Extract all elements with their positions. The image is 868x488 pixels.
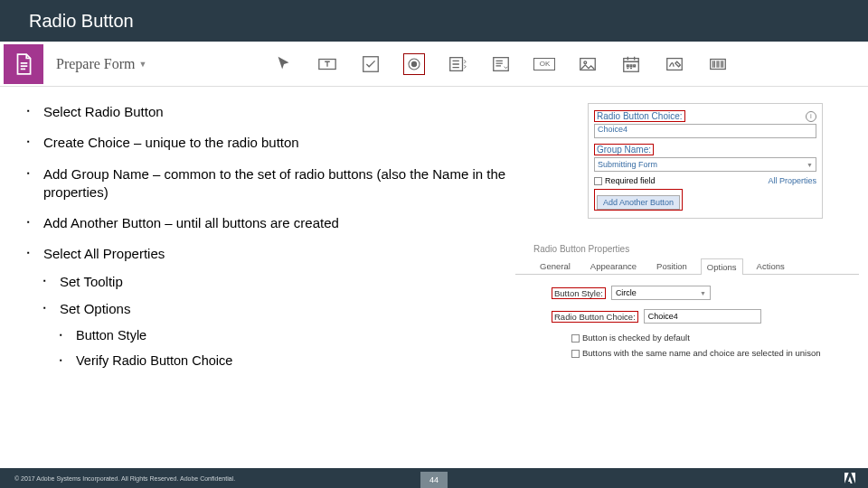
- button-style-dropdown[interactable]: Circle ▼: [611, 286, 711, 300]
- slide-title-bar: Radio Button: [0, 0, 868, 42]
- text-field-icon[interactable]: [316, 53, 338, 75]
- bullet-item: Add Another Button – until all buttons a…: [27, 214, 515, 232]
- date-field-icon[interactable]: [620, 53, 642, 75]
- radio-button-icon[interactable]: [403, 53, 425, 75]
- barcode-icon[interactable]: [707, 53, 729, 75]
- prepare-form-icon: [4, 44, 43, 84]
- tab-position[interactable]: Position: [650, 258, 693, 274]
- prepare-form-label[interactable]: Prepare Form: [56, 56, 136, 72]
- pointer-icon[interactable]: [273, 53, 295, 75]
- bullet-item: Add Group Name – common to the set of ra…: [27, 165, 515, 202]
- svg-point-7: [584, 61, 587, 63]
- properties-tabs: General Appearance Position Options Acti…: [515, 258, 859, 275]
- page-number: 44: [420, 472, 448, 488]
- bullet-item: Create Choice – unique to the radio butt…: [27, 134, 515, 152]
- choice-input[interactable]: Choice4: [594, 124, 816, 138]
- tab-general[interactable]: General: [533, 258, 577, 274]
- add-another-button[interactable]: Add Another Button: [597, 195, 680, 210]
- adobe-logo-icon: [843, 471, 857, 485]
- required-field-checkbox[interactable]: Required field: [594, 176, 656, 185]
- bullet-item: Verify Radio Button Choice: [60, 352, 515, 371]
- radio-quick-panel: Radio Button Choice: i Choice4 Group Nam…: [588, 103, 823, 219]
- button-style-label: Button Style:: [554, 288, 603, 298]
- checkbox-icon[interactable]: [360, 53, 382, 75]
- svg-rect-5: [494, 57, 509, 70]
- group-name-value: Submitting Form: [598, 160, 657, 169]
- tab-actions[interactable]: Actions: [750, 258, 791, 274]
- info-icon[interactable]: i: [806, 111, 816, 122]
- group-name-label: Group Name:: [594, 144, 654, 155]
- image-field-icon[interactable]: [577, 53, 599, 75]
- radio-properties-dialog: Radio Button Properties General Appearan…: [515, 244, 859, 365]
- tool-icon-row: OK: [273, 53, 729, 75]
- bullet-item: Select All Properties Set Tooltip Set Op…: [27, 245, 515, 370]
- copyright-text: © 2017 Adobe Systems Incorporated. All R…: [14, 475, 235, 482]
- tab-appearance[interactable]: Appearance: [584, 258, 643, 274]
- checked-by-default-checkbox[interactable]: Button is checked by default: [571, 333, 841, 343]
- prepare-form-caret-icon[interactable]: ▼: [139, 60, 147, 69]
- prepare-form-toolbar: Prepare Form ▼ OK: [0, 42, 868, 87]
- all-properties-link[interactable]: All Properties: [768, 176, 816, 185]
- group-name-dropdown[interactable]: Submitting Form ▼: [594, 157, 816, 172]
- chevron-down-icon: ▼: [807, 162, 813, 168]
- slide-title: Radio Button: [29, 11, 134, 32]
- signature-icon[interactable]: [664, 53, 685, 75]
- dropdown-icon[interactable]: [490, 53, 512, 75]
- radio-choice-label: Radio Button Choice:: [554, 312, 636, 322]
- bullet-item: Button Style: [60, 327, 515, 345]
- ok-button-icon[interactable]: OK: [533, 53, 555, 75]
- choice-label: Radio Button Choice:: [594, 110, 685, 122]
- svg-point-3: [412, 61, 417, 66]
- svg-rect-1: [363, 56, 379, 71]
- bullet-item: Select Radio Button: [27, 103, 515, 121]
- bullet-text: Select All Properties: [43, 246, 165, 261]
- chevron-down-icon: ▼: [700, 290, 706, 296]
- bullet-list-area: Select Radio Button Create Choice – uniq…: [27, 103, 515, 382]
- bullet-text: Set Options: [60, 301, 130, 316]
- list-box-icon[interactable]: [447, 53, 468, 75]
- bullet-item: Set Options Button Style Verify Radio Bu…: [43, 300, 515, 370]
- button-style-value: Circle: [616, 288, 637, 297]
- radio-choice-input[interactable]: Choice4: [644, 309, 761, 324]
- tab-options[interactable]: Options: [701, 258, 743, 275]
- unison-checkbox[interactable]: Buttons with the same name and choice ar…: [571, 348, 841, 358]
- bullet-item: Set Tooltip: [43, 273, 515, 291]
- properties-dialog-title: Radio Button Properties: [515, 244, 859, 254]
